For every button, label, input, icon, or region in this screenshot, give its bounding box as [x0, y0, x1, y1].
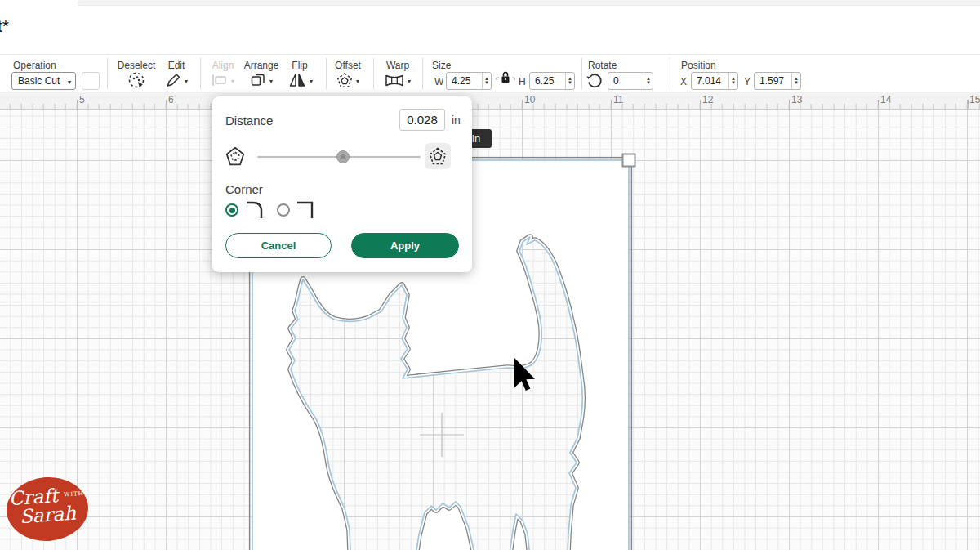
- size-w-field[interactable]: ▲▼: [446, 72, 492, 90]
- ruler-minor-ticks: [0, 104, 980, 109]
- size-h-field[interactable]: ▲▼: [529, 72, 575, 90]
- ruler-number: 13: [791, 94, 802, 105]
- apply-button[interactable]: Apply: [351, 233, 459, 258]
- distance-slider-handle[interactable]: [336, 150, 350, 163]
- position-x-input[interactable]: [692, 73, 728, 89]
- rotate-icon[interactable]: [585, 71, 604, 91]
- design-canvas[interactable]: [0, 110, 980, 550]
- distance-label: Distance: [225, 114, 273, 127]
- browser-top-strip: [78, 0, 980, 6]
- offset-panel: Distance in Corner Cancel Apply: [212, 96, 472, 272]
- color-swatch[interactable]: [82, 72, 100, 90]
- toolbar: Operation Basic Cut ▾ Deselect Edit ▾ Al…: [0, 54, 980, 92]
- horizontal-ruler: 5 6 10 11 12 13 14 15: [0, 92, 980, 110]
- offset-large-icon: [428, 146, 448, 166]
- divider: [670, 58, 670, 89]
- operation-select[interactable]: Basic Cut ▾: [11, 72, 76, 90]
- flip-label: Flip: [292, 60, 307, 71]
- size-h-label: H: [519, 76, 526, 87]
- arrange-caret-icon[interactable]: ▾: [270, 78, 273, 85]
- edit-pencil-icon[interactable]: [164, 71, 182, 89]
- align-caret-icon: ▾: [231, 78, 234, 85]
- edit-caret-icon[interactable]: ▾: [185, 78, 188, 85]
- corner-label: Corner: [225, 182, 263, 196]
- offset-caret-icon[interactable]: ▾: [356, 78, 359, 85]
- size-label: Size: [432, 60, 451, 71]
- size-w-stepper[interactable]: ▲▼: [482, 73, 491, 89]
- rotate-field[interactable]: ▲▼: [608, 72, 653, 90]
- ruler-number: 15: [969, 94, 980, 105]
- operation-select-value: Basic Cut: [18, 75, 60, 87]
- divider: [200, 58, 201, 89]
- offset-icon[interactable]: [336, 71, 354, 89]
- position-y-label: Y: [744, 76, 751, 87]
- resize-handle[interactable]: [623, 154, 635, 167]
- rotate-input[interactable]: [608, 73, 644, 89]
- distance-input[interactable]: [399, 109, 445, 131]
- align-icon: [211, 71, 229, 89]
- ruler-number: 14: [880, 94, 891, 105]
- cancel-button[interactable]: Cancel: [225, 233, 332, 258]
- ruler-number: 10: [524, 94, 535, 105]
- position-y-stepper[interactable]: ▲▼: [791, 73, 800, 89]
- flip-caret-icon[interactable]: ▾: [310, 78, 313, 85]
- size-h-input[interactable]: [530, 73, 565, 89]
- offset-small-icon[interactable]: [225, 145, 246, 167]
- chevron-down-icon: ▾: [68, 78, 71, 86]
- arrange-icon[interactable]: [249, 71, 267, 89]
- ruler-number: 6: [168, 94, 174, 105]
- deselect-label: Deselect: [118, 60, 156, 71]
- size-w-label: W: [434, 76, 443, 87]
- ruler-number: 5: [79, 94, 85, 105]
- warp-icon[interactable]: [384, 71, 405, 89]
- divider: [422, 58, 423, 89]
- ruler-number: 11: [613, 94, 623, 105]
- edit-label: Edit: [168, 60, 185, 71]
- project-title: t*: [0, 16, 9, 36]
- position-label: Position: [681, 60, 716, 71]
- divider: [581, 58, 582, 89]
- selection-center-crosshair: [420, 413, 464, 457]
- flip-icon[interactable]: [287, 71, 307, 89]
- distance-unit-label: in: [452, 114, 461, 127]
- corner-rounded-icon: [245, 199, 265, 220]
- align-label: Align: [212, 60, 234, 71]
- warp-label: Warp: [386, 60, 409, 71]
- logo-word-with: with: [64, 490, 84, 499]
- ruler-number: 12: [702, 94, 713, 105]
- corner-square-radio[interactable]: [277, 203, 290, 217]
- position-x-stepper[interactable]: ▲▼: [728, 73, 737, 89]
- corner-rounded-radio[interactable]: [225, 203, 238, 217]
- arrange-label: Arrange: [244, 60, 279, 71]
- logo-word-sarah: Sarah: [7, 503, 89, 528]
- cat-design[interactable]: [0, 110, 980, 550]
- deselect-icon[interactable]: [127, 71, 146, 90]
- position-x-field[interactable]: ▲▼: [691, 72, 738, 90]
- position-y-field[interactable]: ▲▼: [754, 72, 801, 90]
- size-h-stepper[interactable]: ▲▼: [565, 73, 574, 89]
- lock-icon[interactable]: [495, 68, 516, 89]
- operation-label: Operation: [13, 60, 56, 71]
- divider: [107, 58, 108, 89]
- offset-large-icon-button[interactable]: [425, 143, 451, 169]
- corner-square-icon: [296, 199, 315, 220]
- distance-slider-track[interactable]: [257, 156, 421, 158]
- divider: [373, 58, 374, 89]
- warp-caret-icon[interactable]: ▾: [408, 78, 411, 85]
- position-x-label: X: [680, 76, 687, 87]
- divider: [326, 58, 327, 89]
- position-y-input[interactable]: [755, 73, 791, 89]
- size-w-input[interactable]: [447, 73, 482, 89]
- offset-label: Offset: [335, 60, 361, 71]
- rotate-label: Rotate: [588, 60, 617, 71]
- rotate-stepper[interactable]: ▲▼: [644, 73, 653, 89]
